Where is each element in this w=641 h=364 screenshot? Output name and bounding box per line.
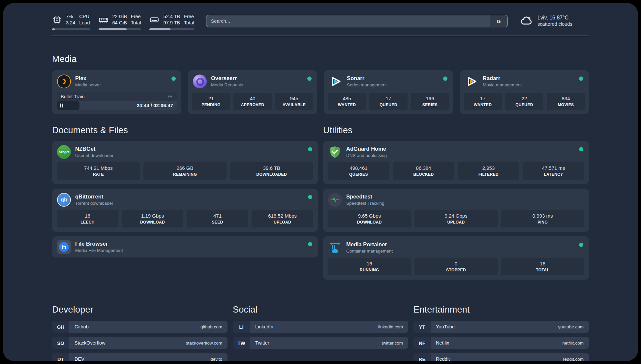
bookmark-stackoverflow[interactable]: SO StackOverflow stackoverflow.com <box>52 337 228 349</box>
stat-box: 16 TOTAL <box>501 258 584 275</box>
top-bar: 7% 3.24 CPU Load <box>52 14 589 30</box>
app-description: Media Requests <box>211 82 243 88</box>
memory-free-label: Free <box>131 14 141 20</box>
app-name: Media Portainer <box>346 241 393 248</box>
stat-value: 22 <box>506 95 542 102</box>
stat-box: 266 GB REMAINING <box>143 162 227 180</box>
memory-total-label: Total <box>131 20 141 26</box>
app-description: Speedtest Tracking <box>346 200 384 206</box>
status-dot <box>307 76 312 81</box>
bookmark-dev[interactable]: DT DEV dev.to <box>52 353 228 361</box>
weather-widget[interactable]: Lviv, 16.87°C scattered clouds <box>520 14 589 27</box>
stat-value: 9.24 Gbps <box>416 213 497 219</box>
bookmark-name: Reddit <box>436 356 450 361</box>
app-card-speedtest[interactable]: Speedtest Speedtest Tracking 9.65 Gbps D… <box>323 189 589 232</box>
stat-label: DOWNLOAD <box>123 220 182 225</box>
disk-total-value: 97.9 TB <box>163 20 180 26</box>
overseerr-icon <box>193 75 207 88</box>
stat-box: 2,953 FILTERED <box>458 162 519 180</box>
stat-box: 471 SEED <box>187 210 248 228</box>
stat-box: 945 AVAILABLE <box>275 93 313 110</box>
header-divider <box>52 36 589 36</box>
system-stat-cpu: 7% 3.24 CPU Load <box>52 14 90 30</box>
playback-time: 24:44 / 02:06:47 <box>137 103 173 108</box>
app-card-sonarr[interactable]: Sonarr Series management 485 WANTED 17 Q… <box>324 70 453 114</box>
app-card-nzbget[interactable]: nzbget NZBGet Usenet downloader 744.21 M… <box>52 141 318 184</box>
sonarr-icon <box>329 75 343 88</box>
stat-value: 16 <box>329 260 410 267</box>
bookmark-linkedin[interactable]: LI LinkedIn linkedin.com <box>233 321 408 333</box>
app-name: qBittorrent <box>75 193 113 200</box>
disk-progress-bar <box>149 28 194 30</box>
bookmark-reddit[interactable]: RE Reddit reddit.com <box>413 353 589 361</box>
bookmark-abbr: RE <box>413 353 431 361</box>
documents-column: Documents & Files nzbget NZBGet Usenet d… <box>52 125 318 262</box>
adguard-icon <box>328 145 342 159</box>
memory-free-value: 22 GiB <box>112 14 127 20</box>
bookmark-youtube[interactable]: YT YouTube youtube.com <box>413 321 589 333</box>
app-card-adguard[interactable]: AdGuard Home DNS and adblocking 498,461 … <box>323 141 589 184</box>
stat-value: 2,953 <box>459 165 518 171</box>
bookmark-url: dev.to <box>210 357 222 361</box>
stat-value: 196 <box>412 95 448 102</box>
stat-box: 0 STOPPED <box>414 258 498 275</box>
stat-label: MOVIES <box>548 103 584 107</box>
app-card-filebrowser[interactable]: File Browser Media File Management <box>52 236 318 258</box>
status-dot <box>579 147 583 151</box>
status-dot <box>308 242 312 246</box>
cpu-usage-value: 7% <box>66 14 75 20</box>
bookmark-name: LinkedIn <box>255 324 273 329</box>
search-input[interactable] <box>206 15 490 27</box>
stat-box: 744.21 Mbps RATE <box>57 162 140 180</box>
stat-value: 0.993 ms <box>502 213 583 219</box>
section-title-social: Social <box>233 305 408 315</box>
stat-label: DOWNLOAD <box>329 220 410 225</box>
stat-box: 618.52 Mbps UPLOAD <box>252 210 313 228</box>
stat-label: QUERIES <box>329 172 388 177</box>
status-dot <box>579 243 583 247</box>
stat-value: 0 <box>416 260 497 267</box>
nzbget-icon-label: nzbget <box>59 150 69 154</box>
playback-progress-bar[interactable]: 24:44 / 02:06:47 <box>57 101 177 110</box>
bookmark-abbr: GH <box>52 321 69 333</box>
stat-box: 834 MOVIES <box>547 93 585 110</box>
bookmark-abbr: SO <box>52 337 69 349</box>
stat-box: 16 RUNNING <box>328 258 411 275</box>
bookmark-url: netflix.com <box>562 341 584 346</box>
search-engine-button[interactable]: G <box>490 15 507 27</box>
section-title-media: Media <box>52 54 589 64</box>
stat-label: LATENCY <box>524 172 583 177</box>
bookmark-twitter[interactable]: TW Twitter twitter.com <box>233 337 408 349</box>
app-card-portainer[interactable]: Media Portainer Container management 16 … <box>323 236 589 280</box>
status-dot <box>443 76 447 81</box>
stat-box: 17 QUEUED <box>369 93 408 110</box>
status-dot <box>579 76 583 81</box>
status-dot <box>308 147 312 151</box>
radarr-icon <box>465 75 478 88</box>
app-card-radarr[interactable]: Radarr Movie management 17 WANTED 22 QUE… <box>460 70 589 114</box>
stat-box: 17 WANTED <box>464 93 502 110</box>
stat-value: 485 <box>329 95 365 102</box>
plex-icon <box>57 75 71 88</box>
qbittorrent-icon-label: qb <box>61 197 68 203</box>
stat-label: WANTED <box>329 103 365 107</box>
stat-box: 40 APPROVED <box>233 93 272 110</box>
status-dot <box>171 76 176 81</box>
gear-icon[interactable] <box>167 94 173 99</box>
now-playing-title: Bullet Train <box>61 94 85 99</box>
dashboard: 7% 3.24 CPU Load <box>3 3 638 361</box>
app-card-qbittorrent[interactable]: qb qBittorrent Torrent downloader 16 LEE… <box>52 189 318 232</box>
bookmark-github[interactable]: GH Github github.com <box>52 321 228 333</box>
bookmark-name: DEV <box>75 356 84 361</box>
bookmark-netflix[interactable]: NF Netflix netflix.com <box>413 337 589 349</box>
bookmark-url: twitter.com <box>382 341 403 346</box>
cpu-load-value: 3.24 <box>66 20 75 26</box>
app-card-plex[interactable]: Plex Media server Bullet Train <box>52 70 181 114</box>
bookmark-name: StackOverflow <box>75 340 105 346</box>
portainer-icon <box>328 241 342 255</box>
app-card-overseerr[interactable]: Overseerr Media Requests 21 PENDING 40 A… <box>188 70 317 114</box>
bookmark-abbr: NF <box>413 337 431 349</box>
stat-label: FILTERED <box>459 172 518 177</box>
app-description: Media server <box>75 82 101 88</box>
stat-label: DOWNLOADED <box>231 172 312 177</box>
